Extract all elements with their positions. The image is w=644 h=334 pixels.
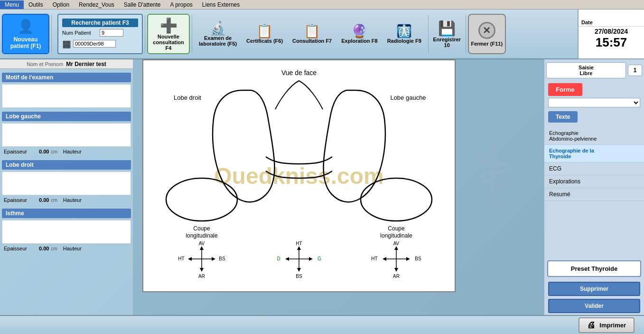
lobe-droit-content bbox=[2, 172, 131, 195]
lobe-droit-header: Lobe droit bbox=[2, 160, 131, 170]
menu-outils[interactable]: Outils bbox=[24, 0, 48, 9]
examen-labo-icon: 🔬 bbox=[210, 22, 226, 35]
nouvelle-consultation-button[interactable]: ➕ NouvelleconsultationF4 bbox=[147, 14, 190, 54]
svg-text:BS: BS bbox=[415, 256, 421, 261]
isthme-header: Isthme bbox=[2, 209, 131, 218]
nom-prenom-label: Nom et Prenom bbox=[27, 61, 63, 67]
consultation-icon: 📋 bbox=[304, 25, 320, 38]
svg-text:AR: AR bbox=[393, 274, 400, 279]
svg-marker-34 bbox=[406, 257, 410, 261]
nouveau-patient-button[interactable]: 👤 Nouveau patient (F1) bbox=[2, 14, 49, 54]
isthme-measure: Epaisseur 0.00 cm Hauteur bbox=[0, 244, 133, 253]
svg-text:AV: AV bbox=[393, 241, 400, 246]
hauteur-droit-label: Hauteur bbox=[63, 197, 82, 203]
toolbar-sep-2 bbox=[145, 15, 145, 53]
date-label: Date bbox=[579, 19, 644, 27]
exploration-button[interactable]: 🔮 Exploration F8 bbox=[336, 14, 382, 54]
epaisseur-droit-unit: cm bbox=[51, 198, 57, 203]
svg-marker-33 bbox=[383, 257, 386, 261]
svg-marker-23 bbox=[285, 257, 289, 261]
svg-marker-22 bbox=[297, 268, 301, 272]
menu-rendezvous[interactable]: Rendez_Vous bbox=[74, 0, 119, 9]
svg-text:Coupe: Coupe bbox=[388, 225, 405, 232]
date-value: 27/08/2024 bbox=[595, 28, 628, 35]
list-item-resume[interactable]: Resumé bbox=[544, 188, 644, 201]
epaisseur-droit-label: Epaisseur bbox=[4, 197, 37, 203]
exploration-icon: 🔮 bbox=[351, 25, 368, 38]
time-value: 15:57 bbox=[596, 35, 627, 50]
svg-text:longitudinale: longitudinale bbox=[186, 232, 218, 239]
epaisseur-label: Epaisseur bbox=[4, 149, 37, 154]
barcode-icon: ▦ bbox=[62, 38, 71, 49]
valider-button[interactable]: Valider bbox=[548, 299, 640, 313]
supprimer-button[interactable]: Supprimer bbox=[548, 282, 640, 296]
fermer-toolbar-button[interactable]: ✕ Fermer (F11) bbox=[468, 14, 506, 54]
svg-marker-21 bbox=[297, 246, 301, 250]
enregistrer-label: Enregistrer10 bbox=[433, 37, 461, 48]
num-patient-label: Num Patient bbox=[62, 30, 98, 36]
svg-point-4 bbox=[361, 178, 432, 221]
svg-text:AR: AR bbox=[198, 274, 205, 279]
svg-text:BS: BS bbox=[219, 256, 225, 261]
menu-liens-externes[interactable]: Liens Externes bbox=[197, 0, 244, 9]
certificats-icon: 📋 bbox=[256, 25, 273, 38]
fermer-icon: ✕ bbox=[478, 22, 495, 39]
exploration-label: Exploration F8 bbox=[341, 38, 377, 44]
epaisseur-unit: cm bbox=[51, 149, 57, 154]
forme-dropdown[interactable] bbox=[548, 98, 640, 107]
epaisseur-value: 0.00 bbox=[39, 149, 49, 154]
hauteur-label: Hauteur bbox=[63, 149, 82, 154]
saisie-libre-button[interactable]: Saisie Libre bbox=[546, 62, 626, 78]
svg-text:Coupe: Coupe bbox=[193, 225, 210, 232]
imprimer-button[interactable]: 🖨 Imprimer bbox=[579, 317, 635, 333]
forme-button[interactable]: Forme bbox=[548, 83, 582, 96]
printer-icon: 🖨 bbox=[587, 320, 596, 330]
svg-marker-13 bbox=[188, 257, 192, 261]
menu-option[interactable]: Option bbox=[48, 0, 74, 9]
list-item-explorations[interactable]: Explorations bbox=[544, 175, 644, 188]
list-item-ecg[interactable]: ECG bbox=[544, 162, 644, 175]
lobe-gauche-content bbox=[2, 123, 131, 147]
svg-text:Lobe droit: Lobe droit bbox=[174, 94, 201, 101]
patient-name-bar: Nom et Prenom Mr Dernier test bbox=[0, 59, 133, 69]
preset-thyroide-button[interactable]: Preset Thyroide bbox=[547, 260, 641, 277]
nouveau-patient-icon: 👤 bbox=[18, 19, 34, 34]
radiologie-button[interactable]: 🩻 Radiologie F9 bbox=[383, 14, 426, 54]
svg-point-3 bbox=[166, 178, 237, 221]
menu-apropos[interactable]: A propos bbox=[165, 0, 197, 9]
recherche-patient-title[interactable]: Recherche patient F3 bbox=[62, 19, 138, 27]
examen-labo-label: Examen delaboratoire (F5) bbox=[199, 35, 237, 47]
menu-menu[interactable]: Menu bbox=[0, 0, 24, 9]
lobe-gauche-measure: Epaisseur 0.00 cm Hauteur bbox=[0, 147, 133, 156]
svg-marker-31 bbox=[394, 246, 398, 250]
certificats-button[interactable]: 📋 Certificats (F6) bbox=[242, 14, 288, 54]
radiologie-icon: 🩻 bbox=[396, 25, 412, 38]
lobe-gauche-header: Lobe gauche bbox=[2, 112, 131, 121]
toolbar-sep-4 bbox=[428, 15, 429, 53]
svg-text:AV: AV bbox=[199, 241, 205, 246]
left-panel: Motif de l'examen Lobe gauche Epaisseur … bbox=[0, 69, 133, 334]
radiologie-label: Radiologie F9 bbox=[387, 38, 421, 44]
imprimer-label: Imprimer bbox=[599, 322, 626, 329]
right-panel: Saisie Libre 1 Forme Texte EchographieAb… bbox=[544, 59, 644, 334]
svg-text:HT: HT bbox=[296, 241, 302, 246]
barcode-input[interactable] bbox=[73, 40, 116, 48]
svg-text:D: D bbox=[277, 256, 280, 261]
fermer-label: Fermer (F11) bbox=[471, 41, 503, 47]
svg-text:HT: HT bbox=[178, 256, 184, 261]
menubar: Menu Outils Option Rendez_Vous Salle D'a… bbox=[0, 0, 644, 10]
texte-button[interactable]: Texte bbox=[548, 111, 578, 123]
list-item-echographie-abdomino[interactable]: EchographieAbdomino-pelvienne bbox=[544, 127, 644, 145]
list-item-echographie-thyroide[interactable]: Echographie de laThyroide bbox=[544, 145, 644, 162]
enregistrer-button[interactable]: 💾 Enregistrer10 bbox=[430, 14, 464, 54]
forme-dropdown-row bbox=[548, 98, 640, 107]
nouveau-patient-label: Nouveau patient (F1) bbox=[8, 36, 44, 49]
consultation-button[interactable]: 📋 Consultation F7 bbox=[288, 14, 336, 54]
epaisseur-isthme-label: Epaisseur bbox=[4, 246, 37, 251]
menu-salle-attente[interactable]: Salle D'attente bbox=[119, 0, 166, 9]
num-patient-input[interactable] bbox=[100, 29, 123, 37]
svg-text:G: G bbox=[317, 256, 321, 261]
epaisseur-isthme-value: 0.00 bbox=[39, 246, 49, 251]
examen-labo-button[interactable]: 🔬 Examen delaboratoire (F5) bbox=[194, 14, 242, 54]
nouvelle-consultation-label: NouvelleconsultationF4 bbox=[153, 34, 184, 51]
